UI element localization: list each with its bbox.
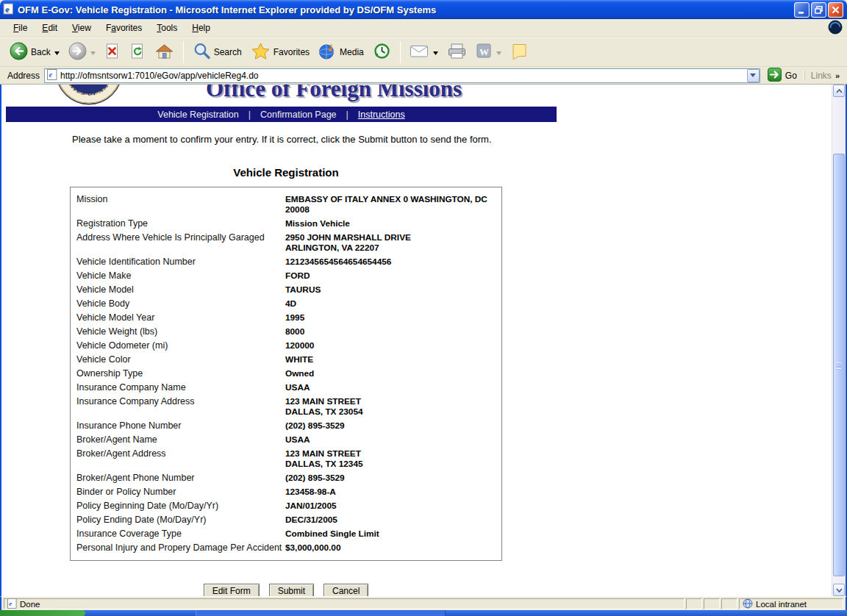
security-zone-text: Local intranet [756,600,807,609]
field-value: 2950 JOHN MARSHALL DRIVE ARLINGTON, VA 2… [285,230,501,254]
status-spacer-pane [704,598,720,609]
nav-link-instructions[interactable]: Instructions [358,110,405,120]
nav-separator: | [346,110,349,120]
go-button[interactable]: Go [765,68,800,84]
menu-items: FileEditViewFavoritesToolsHelp [7,21,828,35]
field-label: Registration Type [71,216,285,230]
edit-form-button[interactable]: Edit Form [204,584,260,596]
table-row: Vehicle Identification Number12123456545… [71,254,501,268]
address-input[interactable]: e http://ofmsntsorw1:7010/eGov/app/vehic… [44,68,760,83]
field-label: Ownership Type [71,366,285,380]
refresh-button[interactable] [126,40,149,65]
table-row: Ownership TypeOwned [71,366,501,380]
svg-text:e: e [5,4,9,13]
back-dropdown-icon[interactable] [54,47,60,57]
field-value: 1212345654564654654456 [285,254,501,268]
edit-with-word-button[interactable]: W [472,40,505,64]
history-button[interactable] [369,40,395,65]
field-value: EMBASSY OF ITALY ANNEX 0 WASHINGTON, DC … [285,192,501,216]
taskbar-window-button[interactable] [196,610,446,616]
field-label: Mission [71,192,285,216]
cancel-button[interactable]: Cancel [324,584,368,596]
browser-toolbar: Back Search Favorites [0,37,847,67]
menu-item-edit[interactable]: Edit [36,21,63,35]
submit-button[interactable]: Submit [269,584,314,596]
field-label: Policy Beginning Date (Mo/Day/Yr) [71,498,285,512]
menu-bar: FileEditViewFavoritesToolsHelp [0,19,847,37]
table-row: Vehicle MakeFORD [71,268,501,282]
table-row: Broker/Agent Address123 MAIN STREET DALL… [71,446,501,470]
intranet-globe-icon [743,598,753,610]
table-row: Binder or Policy Number123458-98-A [71,484,501,498]
print-button[interactable] [443,40,471,65]
state-department-seal: STATES OF AM [55,85,123,105]
field-label: Vehicle Odometer (mi) [71,338,285,352]
nav-item-vehicle-registration: Vehicle Registration [157,110,238,120]
field-label: Policy Ending Date (Mo/Day/Yr) [71,512,285,526]
media-button[interactable]: Media [315,40,368,65]
scrollbar-thumb[interactable] [833,154,845,576]
menu-item-favorites[interactable]: Favorites [100,21,148,35]
table-row: Vehicle ModelTAURUS [71,282,501,296]
scroll-down-button[interactable] [833,584,845,596]
table-row: Insurance Coverage TypeCombined Single L… [71,526,501,540]
restore-button[interactable] [811,2,826,18]
table-row: Vehicle Odometer (mi)120000 [71,338,501,352]
site-title: Office of Foreign Missions [206,85,462,102]
home-icon [154,42,174,62]
table-row: Broker/Agent Phone Number(202) 895-3529 [71,470,501,484]
address-url-text[interactable]: http://ofmsntsorw1:7010/eGov/app/vehicle… [60,71,744,81]
start-button-fragment[interactable] [0,610,85,616]
field-value: JAN/01/2005 [285,498,501,512]
field-value: WHITE [285,352,501,366]
table-row: Policy Beginning Date (Mo/Day/Yr)JAN/01/… [71,498,501,512]
menu-item-tools[interactable]: Tools [151,21,183,35]
field-value: Owned [285,366,501,380]
ie-app-icon: e [3,3,14,17]
minimize-button[interactable] [794,2,810,18]
favorites-button[interactable]: Favorites [247,40,313,65]
menu-item-file[interactable]: File [7,21,33,35]
table-row: Insurance Company Address123 MAIN STREET… [71,394,501,418]
field-label: Insurance Company Name [71,380,285,394]
refresh-icon [129,42,146,62]
mail-icon [410,43,429,61]
svg-text:W: W [479,46,489,57]
discuss-note-icon [510,42,529,62]
close-button[interactable] [828,2,843,18]
field-label: Vehicle Model [71,282,285,296]
links-button[interactable]: Links » [804,71,844,81]
forward-icon [68,42,87,62]
mail-dropdown-icon[interactable] [433,47,438,57]
menu-item-view[interactable]: View [66,21,97,35]
address-bar: Address e http://ofmsntsorw1:7010/eGov/a… [0,67,847,85]
home-button[interactable] [151,40,178,65]
field-value: 123 MAIN STREET DALLAS, TX 23054 [285,394,501,418]
back-label: Back [31,47,51,57]
menu-item-help[interactable]: Help [186,21,216,35]
address-dropdown-button[interactable] [747,69,760,82]
discuss-button[interactable] [507,40,532,65]
field-label: Binder or Policy Number [71,484,285,498]
table-row: Registration TypeMission Vehicle [71,216,501,230]
links-label: Links [811,71,832,81]
stop-button[interactable] [101,40,124,65]
forward-dropdown-icon[interactable] [90,47,96,57]
field-value: (202) 895-3529 [285,470,501,484]
table-row: Insurance Phone Number(202) 895-3529 [71,418,501,432]
field-value: DEC/31/2005 [285,512,501,526]
mail-button[interactable] [406,41,442,63]
scroll-up-button[interactable] [833,85,845,97]
forward-button[interactable] [65,40,99,65]
field-value: FORD [285,268,501,282]
window-titlebar[interactable]: e OFM E-Gov: Vehicle Registration - Micr… [0,0,847,19]
search-button[interactable]: Search [189,40,246,65]
search-icon [193,42,211,62]
links-chevron-icon: » [835,71,840,80]
vertical-scrollbar[interactable] [832,85,846,596]
table-row: Policy Ending Date (Mo/Day/Yr)DEC/31/200… [71,512,501,526]
field-value: 1995 [285,310,501,324]
table-row: Vehicle ColorWHITE [71,352,501,366]
field-label: Vehicle Model Year [71,310,285,324]
back-button[interactable]: Back [6,40,63,65]
